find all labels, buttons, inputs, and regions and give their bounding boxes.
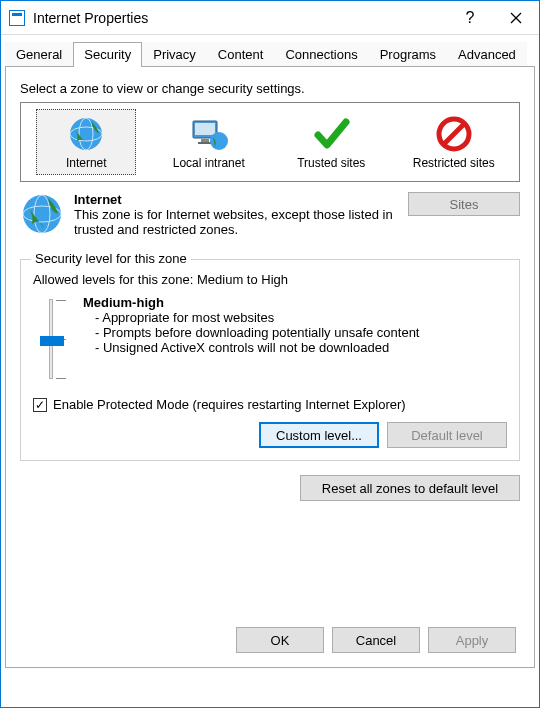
zone-internet[interactable]: Internet <box>36 109 136 175</box>
level-line-3: - Unsigned ActiveX controls will not be … <box>95 340 507 355</box>
sites-button[interactable]: Sites <box>408 192 520 216</box>
svg-rect-7 <box>201 139 209 142</box>
default-level-button[interactable]: Default level <box>387 422 507 448</box>
tab-security[interactable]: Security <box>73 42 142 67</box>
protected-mode-label: Enable Protected Mode (requires restarti… <box>53 397 406 412</box>
zone-list: Internet Local intranet Trusted sites Re… <box>20 102 520 182</box>
titlebar: Internet Properties ? <box>1 1 539 35</box>
no-entry-icon <box>407 114 501 154</box>
dialog-buttons: OK Cancel Apply <box>236 627 516 653</box>
security-slider[interactable] <box>33 295 69 379</box>
tab-content[interactable]: Content <box>207 42 275 67</box>
zone-label: Internet <box>39 156 133 170</box>
tab-programs[interactable]: Programs <box>369 42 447 67</box>
window-title: Internet Properties <box>33 10 447 26</box>
protected-mode-checkbox[interactable]: ✓ <box>33 398 47 412</box>
tabs: General Security Privacy Content Connect… <box>1 35 539 66</box>
svg-point-12 <box>23 195 61 233</box>
level-line-2: - Prompts before downloading potentially… <box>95 325 507 340</box>
zone-label: Restricted sites <box>407 156 501 170</box>
security-level-group: Security level for this zone Allowed lev… <box>20 259 520 461</box>
tab-general[interactable]: General <box>5 42 73 67</box>
svg-line-11 <box>444 124 464 144</box>
zone-local-intranet[interactable]: Local intranet <box>159 109 259 175</box>
zone-restricted-sites[interactable]: Restricted sites <box>404 109 504 175</box>
protected-mode-row[interactable]: ✓ Enable Protected Mode (requires restar… <box>33 397 507 412</box>
app-icon <box>9 10 25 26</box>
tab-advanced[interactable]: Advanced <box>447 42 527 67</box>
level-line-1: - Appropriate for most websites <box>95 310 507 325</box>
close-icon <box>510 12 522 24</box>
level-description: Medium-high - Appropriate for most websi… <box>83 295 507 379</box>
close-button[interactable] <box>493 1 539 35</box>
svg-point-2 <box>70 118 102 150</box>
ok-button[interactable]: OK <box>236 627 324 653</box>
globe-icon <box>39 114 133 154</box>
zone-detail-desc: This zone is for Internet websites, exce… <box>74 207 393 237</box>
zone-description-row: Internet This zone is for Internet websi… <box>20 192 520 237</box>
zone-detail-title: Internet <box>74 192 398 207</box>
zone-label: Trusted sites <box>284 156 378 170</box>
level-name: Medium-high <box>83 295 164 310</box>
svg-point-9 <box>210 132 228 150</box>
monitor-globe-icon <box>162 114 256 154</box>
globe-icon <box>20 192 64 236</box>
help-button[interactable]: ? <box>447 1 493 35</box>
tab-privacy[interactable]: Privacy <box>142 42 207 67</box>
svg-rect-6 <box>195 123 215 135</box>
reset-all-zones-button[interactable]: Reset all zones to default level <box>300 475 520 501</box>
zone-instruction: Select a zone to view or change security… <box>20 81 520 96</box>
apply-button[interactable]: Apply <box>428 627 516 653</box>
checkmark-icon <box>284 114 378 154</box>
custom-level-button[interactable]: Custom level... <box>259 422 379 448</box>
tab-panel: Select a zone to view or change security… <box>5 66 535 668</box>
cancel-button[interactable]: Cancel <box>332 627 420 653</box>
tab-connections[interactable]: Connections <box>274 42 368 67</box>
zone-trusted-sites[interactable]: Trusted sites <box>281 109 381 175</box>
svg-rect-8 <box>198 142 212 144</box>
zone-description: Internet This zone is for Internet websi… <box>74 192 398 237</box>
slider-thumb[interactable] <box>40 336 64 346</box>
zone-label: Local intranet <box>162 156 256 170</box>
group-label: Security level for this zone <box>31 251 191 266</box>
allowed-levels: Allowed levels for this zone: Medium to … <box>33 272 507 287</box>
